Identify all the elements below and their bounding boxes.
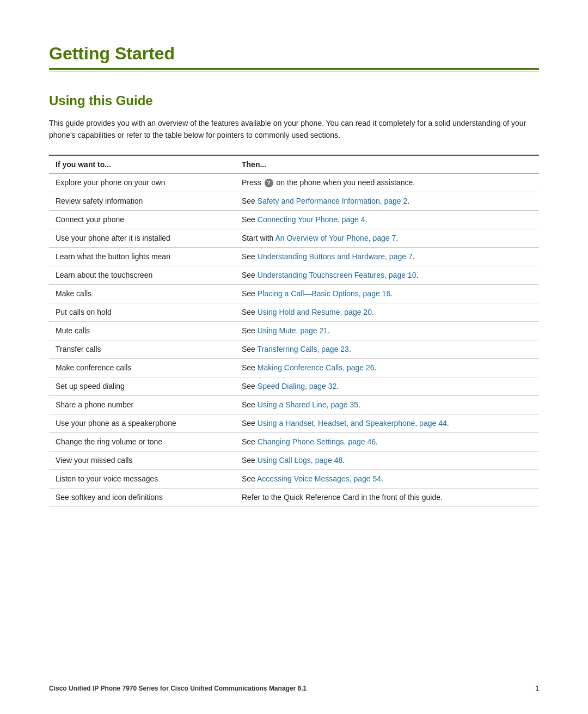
- table-link[interactable]: Using Hold and Resume, page 20: [258, 308, 372, 316]
- table-link[interactable]: Changing Phone Settings, page 46: [258, 437, 376, 446]
- col2-header: Then...: [235, 155, 539, 174]
- section-title: Using this Guide: [49, 93, 539, 108]
- table-link[interactable]: Using Call Logs, page 48: [258, 456, 342, 465]
- table-row: Use your phone after it is installedStar…: [49, 229, 539, 247]
- table-link[interactable]: Understanding Buttons and Hardware, page…: [258, 252, 413, 261]
- help-icon: ?: [265, 179, 273, 187]
- table-cell-col2: Refer to the Quick Reference Card in the…: [235, 488, 539, 506]
- table-link[interactable]: Speed Dialing, page 32: [258, 382, 337, 390]
- table-cell-col2: See Making Conference Calls, page 26.: [235, 358, 539, 377]
- table-cell-col2: See Transferring Calls, page 23.: [235, 340, 539, 358]
- table-cell-col2: See Using a Shared Line, page 35.: [235, 395, 539, 414]
- table-cell-col2: See Changing Phone Settings, page 46.: [235, 432, 539, 451]
- table-link[interactable]: Understanding Touchscreen Features, page…: [258, 271, 416, 279]
- table-cell-col2: See Placing a Call—Basic Options, page 1…: [235, 284, 539, 303]
- table-cell-col2: See Understanding Buttons and Hardware, …: [235, 247, 539, 266]
- table-cell-col2: See Understanding Touchscreen Features, …: [235, 266, 539, 284]
- table-cell-col1: Listen to your voice messages: [49, 469, 235, 488]
- table-row: Transfer callsSee Transferring Calls, pa…: [49, 340, 539, 358]
- footer-page: 1: [535, 685, 539, 692]
- table-row: Review safety informationSee Safety and …: [49, 192, 539, 210]
- table-link[interactable]: Transferring Calls, page 23: [258, 345, 349, 353]
- footer-text: Cisco Unified IP Phone 7970 Series for C…: [49, 685, 307, 692]
- table-cell-col1: Mute calls: [49, 321, 235, 340]
- table-link[interactable]: Safety and Performance Information, page…: [258, 197, 408, 205]
- table-link[interactable]: Using Mute, page 21: [258, 326, 328, 335]
- col1-header: If you want to...: [49, 155, 235, 174]
- table-link[interactable]: Connecting Your Phone, page 4: [258, 215, 365, 224]
- table-row: Explore your phone on your ownPress ? on…: [49, 173, 539, 192]
- table-cell-col1: Learn about the touchscreen: [49, 266, 235, 284]
- table-cell-col2: See Safety and Performance Information, …: [235, 192, 539, 210]
- table-cell-col1: Change the ring volume or tone: [49, 432, 235, 451]
- table-cell-col2: Press ? on the phone when you need assis…: [235, 173, 539, 192]
- table-cell-col2: See Using Call Logs, page 48.: [235, 451, 539, 469]
- page-container: Getting Started Using this Guide This gu…: [0, 0, 588, 714]
- table-row: Make callsSee Placing a Call—Basic Optio…: [49, 284, 539, 303]
- table-cell-col2: See Speed Dialing, page 32.: [235, 377, 539, 395]
- table-link[interactable]: Placing a Call—Basic Options, page 16: [258, 289, 390, 298]
- table-cell-col1: Set up speed dialing: [49, 377, 235, 395]
- table-cell-col1: Review safety information: [49, 192, 235, 210]
- table-row: Share a phone numberSee Using a Shared L…: [49, 395, 539, 414]
- table-row: Learn about the touchscreenSee Understan…: [49, 266, 539, 284]
- table-cell-col2: See Using Mute, page 21.: [235, 321, 539, 340]
- table-cell-col2: See Using a Handset, Headset, and Speake…: [235, 414, 539, 432]
- table-cell-col1: See softkey and icon definitions: [49, 488, 235, 506]
- table-cell-col2: See Using Hold and Resume, page 20.: [235, 303, 539, 321]
- table-cell-col2: Start with An Overview of Your Phone, pa…: [235, 229, 539, 247]
- table-cell-col1: Learn what the button lights mean: [49, 247, 235, 266]
- table-cell-col1: Make conference calls: [49, 358, 235, 377]
- table-header-row: If you want to... Then...: [49, 155, 539, 174]
- table-cell-col2: See Connecting Your Phone, page 4.: [235, 210, 539, 229]
- table-row: Change the ring volume or toneSee Changi…: [49, 432, 539, 451]
- table-row: Listen to your voice messagesSee Accessi…: [49, 469, 539, 488]
- table-cell-col2: See Accessing Voice Messages, page 54.: [235, 469, 539, 488]
- table-link[interactable]: An Overview of Your Phone, page 7: [275, 234, 396, 242]
- table-row: Make conference callsSee Making Conferen…: [49, 358, 539, 377]
- table-row: See softkey and icon definitionsRefer to…: [49, 488, 539, 506]
- table-link[interactable]: Using a Shared Line, page 35: [258, 400, 358, 409]
- footer: Cisco Unified IP Phone 7970 Series for C…: [49, 685, 539, 692]
- table-cell-col1: View your missed calls: [49, 451, 235, 469]
- guide-table: If you want to... Then... Explore your p…: [49, 155, 539, 507]
- chapter-divider-thin: [49, 71, 539, 71]
- table-link[interactable]: Using a Handset, Headset, and Speakerpho…: [258, 419, 447, 428]
- intro-paragraph: This guide provides you with an overview…: [49, 117, 539, 142]
- table-cell-col1: Connect your phone: [49, 210, 235, 229]
- table-row: Learn what the button lights meanSee Und…: [49, 247, 539, 266]
- table-cell-col1: Make calls: [49, 284, 235, 303]
- table-row: View your missed callsSee Using Call Log…: [49, 451, 539, 469]
- table-row: Connect your phoneSee Connecting Your Ph…: [49, 210, 539, 229]
- table-cell-col1: Use your phone after it is installed: [49, 229, 235, 247]
- table-cell-col1: Transfer calls: [49, 340, 235, 358]
- table-cell-col1: Use your phone as a speakerphone: [49, 414, 235, 432]
- table-row: Put calls on holdSee Using Hold and Resu…: [49, 303, 539, 321]
- chapter-divider-thick: [49, 68, 539, 70]
- chapter-title: Getting Started: [49, 44, 539, 64]
- table-cell-col1: Share a phone number: [49, 395, 235, 414]
- table-row: Use your phone as a speakerphoneSee Usin…: [49, 414, 539, 432]
- table-row: Mute callsSee Using Mute, page 21.: [49, 321, 539, 340]
- table-cell-col1: Put calls on hold: [49, 303, 235, 321]
- table-link[interactable]: Accessing Voice Messages, page 54: [257, 474, 381, 483]
- table-row: Set up speed dialingSee Speed Dialing, p…: [49, 377, 539, 395]
- table-cell-col1: Explore your phone on your own: [49, 173, 235, 192]
- table-link[interactable]: Making Conference Calls, page 26: [258, 363, 375, 372]
